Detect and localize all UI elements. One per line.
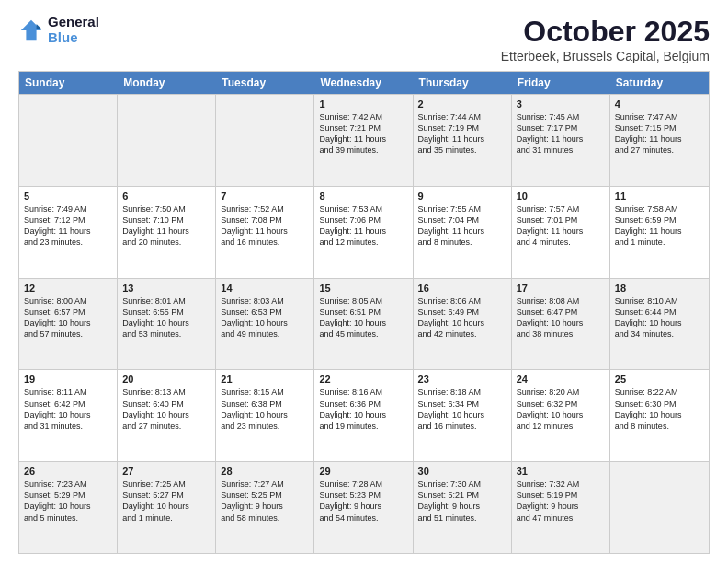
day-info: Sunrise: 7:45 AM Sunset: 7:17 PM Dayligh… [517, 111, 605, 156]
day-number: 19 [24, 373, 112, 385]
day-number: 24 [517, 373, 605, 385]
day-cell-14: 14Sunrise: 8:03 AM Sunset: 6:53 PM Dayli… [216, 279, 314, 370]
day-number: 4 [615, 98, 704, 109]
day-info: Sunrise: 7:53 AM Sunset: 7:06 PM Dayligh… [319, 203, 407, 248]
day-number: 10 [517, 190, 605, 201]
day-cell-24: 24Sunrise: 8:20 AM Sunset: 6:32 PM Dayli… [512, 370, 610, 461]
day-cell-7: 7Sunrise: 7:52 AM Sunset: 7:08 PM Daylig… [216, 187, 314, 278]
day-number: 16 [418, 282, 506, 293]
day-cell-10: 10Sunrise: 7:57 AM Sunset: 7:01 PM Dayli… [512, 187, 610, 278]
day-cell-1: 1Sunrise: 7:42 AM Sunset: 7:21 PM Daylig… [314, 95, 413, 186]
day-info: Sunrise: 8:03 AM Sunset: 6:53 PM Dayligh… [221, 295, 309, 340]
day-cell-6: 6Sunrise: 7:50 AM Sunset: 7:10 PM Daylig… [118, 187, 216, 278]
day-info: Sunrise: 7:27 AM Sunset: 5:25 PM Dayligh… [221, 478, 309, 523]
day-number: 29 [319, 465, 407, 477]
day-cell-13: 13Sunrise: 8:01 AM Sunset: 6:55 PM Dayli… [118, 279, 216, 370]
day-number: 5 [24, 190, 112, 201]
day-number: 9 [418, 190, 506, 201]
day-number: 25 [615, 373, 704, 385]
day-cell-25: 25Sunrise: 8:22 AM Sunset: 6:30 PM Dayli… [610, 370, 709, 461]
day-number: 11 [615, 190, 704, 201]
day-info: Sunrise: 8:20 AM Sunset: 6:32 PM Dayligh… [517, 386, 605, 431]
day-info: Sunrise: 8:18 AM Sunset: 6:34 PM Dayligh… [418, 386, 506, 431]
day-cell-2: 2Sunrise: 7:44 AM Sunset: 7:19 PM Daylig… [414, 95, 512, 186]
day-number: 18 [615, 282, 704, 293]
day-info: Sunrise: 8:10 AM Sunset: 6:44 PM Dayligh… [615, 295, 704, 340]
day-header-sunday: Sunday [19, 72, 118, 94]
day-info: Sunrise: 7:52 AM Sunset: 7:08 PM Dayligh… [221, 203, 309, 248]
day-number: 8 [319, 190, 407, 201]
day-info: Sunrise: 8:08 AM Sunset: 6:47 PM Dayligh… [517, 295, 605, 340]
day-number: 28 [221, 465, 309, 477]
day-number: 23 [418, 373, 506, 385]
empty-cell [19, 95, 118, 186]
day-cell-5: 5Sunrise: 7:49 AM Sunset: 7:12 PM Daylig… [19, 187, 118, 278]
day-cell-27: 27Sunrise: 7:25 AM Sunset: 5:27 PM Dayli… [118, 462, 216, 553]
day-cell-28: 28Sunrise: 7:27 AM Sunset: 5:25 PM Dayli… [216, 462, 314, 553]
day-cell-4: 4Sunrise: 7:47 AM Sunset: 7:15 PM Daylig… [610, 95, 709, 186]
day-number: 30 [418, 465, 506, 477]
day-info: Sunrise: 7:25 AM Sunset: 5:27 PM Dayligh… [122, 478, 210, 523]
day-number: 15 [319, 282, 407, 293]
day-number: 27 [122, 465, 210, 477]
day-info: Sunrise: 8:06 AM Sunset: 6:49 PM Dayligh… [418, 295, 506, 340]
day-info: Sunrise: 8:11 AM Sunset: 6:42 PM Dayligh… [24, 386, 112, 431]
day-info: Sunrise: 7:30 AM Sunset: 5:21 PM Dayligh… [418, 478, 506, 523]
day-cell-26: 26Sunrise: 7:23 AM Sunset: 5:29 PM Dayli… [19, 462, 118, 553]
day-info: Sunrise: 7:49 AM Sunset: 7:12 PM Dayligh… [24, 203, 112, 248]
day-info: Sunrise: 7:58 AM Sunset: 6:59 PM Dayligh… [615, 203, 704, 248]
logo-text: General Blue [48, 15, 99, 45]
day-cell-15: 15Sunrise: 8:05 AM Sunset: 6:51 PM Dayli… [314, 279, 413, 370]
calendar-row-3: 19Sunrise: 8:11 AM Sunset: 6:42 PM Dayli… [19, 369, 709, 461]
day-info: Sunrise: 7:42 AM Sunset: 7:21 PM Dayligh… [319, 111, 407, 156]
day-cell-12: 12Sunrise: 8:00 AM Sunset: 6:57 PM Dayli… [19, 279, 118, 370]
day-info: Sunrise: 7:32 AM Sunset: 5:19 PM Dayligh… [517, 478, 605, 523]
day-cell-30: 30Sunrise: 7:30 AM Sunset: 5:21 PM Dayli… [414, 462, 512, 553]
calendar-body: 1Sunrise: 7:42 AM Sunset: 7:21 PM Daylig… [19, 94, 709, 553]
subtitle: Etterbeek, Brussels Capital, Belgium [501, 49, 710, 63]
day-info: Sunrise: 8:13 AM Sunset: 6:40 PM Dayligh… [122, 386, 210, 431]
day-header-thursday: Thursday [414, 72, 512, 94]
day-cell-9: 9Sunrise: 7:55 AM Sunset: 7:04 PM Daylig… [414, 187, 512, 278]
day-number: 14 [221, 282, 309, 293]
header: General Blue October 2025 Etterbeek, Bru… [18, 15, 710, 63]
day-info: Sunrise: 7:47 AM Sunset: 7:15 PM Dayligh… [615, 111, 704, 156]
day-number: 26 [24, 465, 112, 477]
day-cell-11: 11Sunrise: 7:58 AM Sunset: 6:59 PM Dayli… [610, 187, 709, 278]
day-number: 20 [122, 373, 210, 385]
empty-cell [610, 462, 709, 553]
day-cell-21: 21Sunrise: 8:15 AM Sunset: 6:38 PM Dayli… [216, 370, 314, 461]
page: General Blue October 2025 Etterbeek, Bru… [0, 0, 728, 563]
day-header-monday: Monday [118, 72, 216, 94]
day-info: Sunrise: 7:44 AM Sunset: 7:19 PM Dayligh… [418, 111, 506, 156]
day-number: 2 [418, 98, 506, 109]
day-number: 1 [319, 98, 407, 109]
day-cell-23: 23Sunrise: 8:18 AM Sunset: 6:34 PM Dayli… [414, 370, 512, 461]
day-number: 22 [319, 373, 407, 385]
calendar: SundayMondayTuesdayWednesdayThursdayFrid… [18, 71, 710, 554]
day-number: 17 [517, 282, 605, 293]
day-number: 7 [221, 190, 309, 201]
calendar-row-4: 26Sunrise: 7:23 AM Sunset: 5:29 PM Dayli… [19, 461, 709, 553]
day-info: Sunrise: 7:55 AM Sunset: 7:04 PM Dayligh… [418, 203, 506, 248]
calendar-row-1: 5Sunrise: 7:49 AM Sunset: 7:12 PM Daylig… [19, 186, 709, 278]
day-header-saturday: Saturday [610, 72, 709, 94]
day-number: 21 [221, 373, 309, 385]
day-cell-17: 17Sunrise: 8:08 AM Sunset: 6:47 PM Dayli… [512, 279, 610, 370]
day-number: 6 [122, 190, 210, 201]
svg-marker-0 [21, 19, 41, 40]
calendar-header: SundayMondayTuesdayWednesdayThursdayFrid… [19, 72, 709, 94]
day-info: Sunrise: 8:05 AM Sunset: 6:51 PM Dayligh… [319, 295, 407, 340]
logo-icon [18, 17, 44, 43]
day-number: 31 [517, 465, 605, 477]
day-info: Sunrise: 7:28 AM Sunset: 5:23 PM Dayligh… [319, 478, 407, 523]
empty-cell [118, 95, 216, 186]
day-info: Sunrise: 8:15 AM Sunset: 6:38 PM Dayligh… [221, 386, 309, 431]
day-info: Sunrise: 7:57 AM Sunset: 7:01 PM Dayligh… [517, 203, 605, 248]
day-number: 3 [517, 98, 605, 109]
day-info: Sunrise: 7:23 AM Sunset: 5:29 PM Dayligh… [24, 478, 112, 523]
day-header-friday: Friday [512, 72, 610, 94]
day-header-tuesday: Tuesday [216, 72, 314, 94]
day-info: Sunrise: 8:16 AM Sunset: 6:36 PM Dayligh… [319, 386, 407, 431]
calendar-row-2: 12Sunrise: 8:00 AM Sunset: 6:57 PM Dayli… [19, 278, 709, 370]
